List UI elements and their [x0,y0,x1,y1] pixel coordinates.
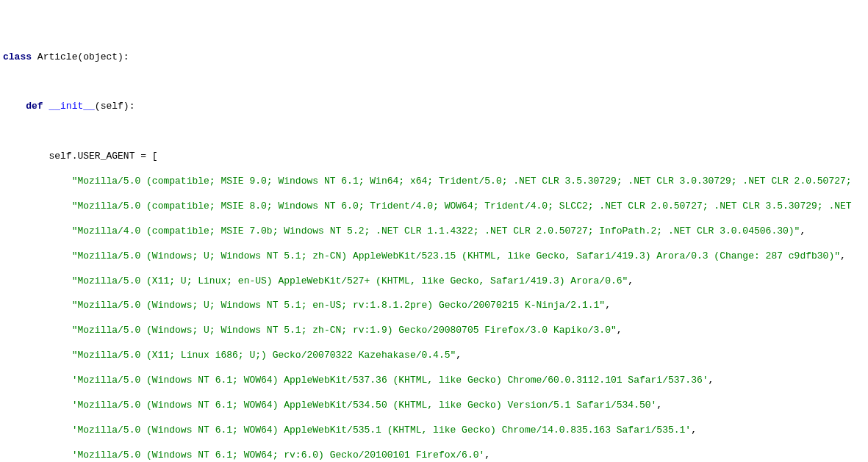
code-line: 'Mozilla/5.0 (Windows NT 6.1; WOW64; rv:… [3,450,868,462]
string-literal: 'Mozilla/5.0 (Windows NT 6.1; WOW64) App… [72,400,657,411]
code-line: "Mozilla/5.0 (Windows; U; Windows NT 5.1… [3,250,868,263]
code-line: 'Mozilla/5.0 (Windows NT 6.1; WOW64) App… [3,400,868,412]
class-name: Article [37,51,78,62]
code-line: "Mozilla/5.0 (X11; U; Linux; en-US) Appl… [3,275,868,288]
code-line: def __init__(self): [3,101,868,113]
string-literal: "Mozilla/5.0 (compatible; MSIE 8.0; Wind… [72,201,852,212]
code-editor[interactable]: class Article(object): def __init__(self… [3,51,868,462]
string-literal: 'Mozilla/5.0 (Windows NT 6.1; WOW64) App… [72,425,692,436]
string-literal: 'Mozilla/5.0 (Windows NT 6.1; WOW64; rv:… [72,450,485,461]
code-line: "Mozilla/5.0 (compatible; MSIE 8.0; Wind… [3,201,868,213]
code-line: "Mozilla/5.0 (Windows; U; Windows NT 5.1… [3,325,868,337]
code-line: class Article(object): [3,51,868,64]
string-literal: "Mozilla/5.0 (Windows; U; Windows NT 5.1… [72,250,840,261]
code-line: "Mozilla/5.0 (compatible; MSIE 9.0; Wind… [3,176,868,188]
params: (self): [95,101,135,112]
keyword: class [3,51,32,62]
string-literal: 'Mozilla/5.0 (Windows NT 6.1; WOW64) App… [72,375,709,386]
code-line: "Mozilla/5.0 (Windows; U; Windows NT 5.1… [3,300,868,312]
code-line: 'Mozilla/5.0 (Windows NT 6.1; WOW64) App… [3,375,868,387]
string-literal: "Mozilla/5.0 (X11; Linux i686; U;) Gecko… [72,350,456,361]
code-line: 'Mozilla/5.0 (Windows NT 6.1; WOW64) App… [3,425,868,437]
assignment: self.USER_AGENT = [ [49,151,157,162]
code-line: self.USER_AGENT = [ [3,151,868,163]
string-literal: "Mozilla/5.0 (Windows; U; Windows NT 5.1… [72,325,617,336]
string-literal: "Mozilla/4.0 (compatible; MSIE 7.0b; Win… [72,225,800,237]
string-literal: "Mozilla/5.0 (compatible; MSIE 9.0; Wind… [72,176,852,187]
string-literal: "Mozilla/5.0 (X11; U; Linux; en-US) Appl… [72,275,628,286]
code-line: "Mozilla/4.0 (compatible; MSIE 7.0b; Win… [3,225,868,238]
string-literal: "Mozilla/5.0 (Windows; U; Windows NT 5.1… [72,300,606,311]
keyword: def [26,101,43,112]
class-base: (object): [77,51,129,62]
function-name: __init__ [49,101,94,112]
code-line: "Mozilla/5.0 (X11; Linux i686; U;) Gecko… [3,350,868,362]
